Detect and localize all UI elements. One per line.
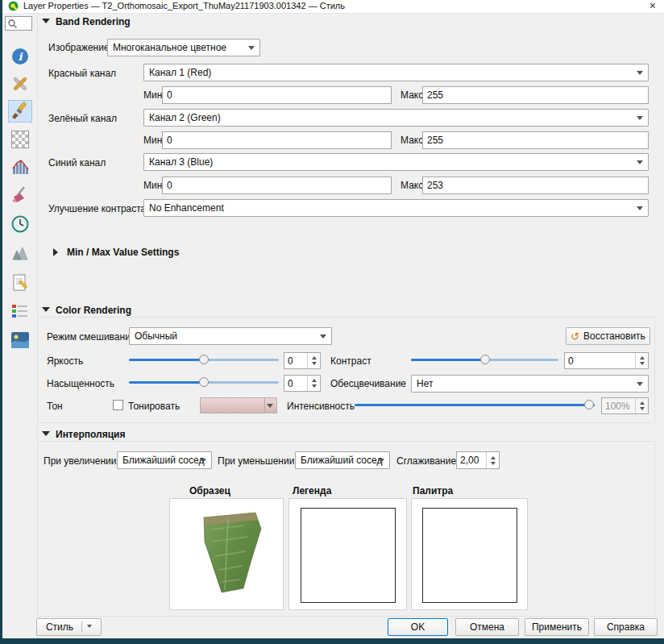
sidebar-item-source[interactable] xyxy=(8,73,32,95)
spin-up-icon[interactable] xyxy=(640,399,645,405)
red-channel-value: Канал 1 (Red) xyxy=(149,67,211,78)
oversampling-spinbox[interactable] xyxy=(456,451,500,469)
spin-arrows[interactable] xyxy=(635,353,648,368)
saturation-input[interactable] xyxy=(284,376,307,391)
minmax-settings-header[interactable]: Min / Max Value Settings xyxy=(53,247,179,258)
source-tools-icon xyxy=(10,74,30,93)
strength-spinbox[interactable] xyxy=(601,397,649,414)
sidebar-item-symbology[interactable] xyxy=(8,100,32,123)
sidebar-item-legend[interactable] xyxy=(8,300,32,322)
symbology-brush-icon xyxy=(10,102,30,121)
chevron-down-icon xyxy=(637,71,643,78)
interpolation-header[interactable]: Интерполяция xyxy=(42,428,125,440)
spin-arrows[interactable] xyxy=(486,452,499,468)
blue-min-input[interactable] xyxy=(162,177,392,194)
blue-channel-combo[interactable]: Канал 3 (Blue) xyxy=(143,153,649,171)
blend-mode-combo[interactable]: Обычный xyxy=(129,327,332,345)
zoom-in-combo[interactable]: Ближайший сосед xyxy=(117,451,212,469)
sidebar-item-information[interactable]: i xyxy=(8,45,32,68)
palette-label: Палитра xyxy=(413,485,453,497)
saturation-spinbox[interactable] xyxy=(284,375,321,392)
style-menu-button[interactable]: Стиль xyxy=(36,618,102,636)
oversampling-input[interactable] xyxy=(457,452,486,468)
zoom-out-combo[interactable]: Ближайший сосед xyxy=(295,451,390,469)
sidebar-item-rendering[interactable] xyxy=(8,184,32,206)
chevron-down-icon xyxy=(637,116,643,123)
spin-up-icon[interactable] xyxy=(312,376,317,382)
slider-handle[interactable] xyxy=(480,355,490,364)
brightness-spinbox[interactable] xyxy=(284,352,321,369)
saturation-slider[interactable] xyxy=(129,375,279,389)
window-title: Layer Properties — T2_Orthomosaic_Export… xyxy=(23,1,345,10)
strength-input[interactable] xyxy=(602,398,635,413)
reset-button[interactable]: ↺ Восстановить xyxy=(566,327,650,345)
apply-button[interactable]: Применить xyxy=(525,618,589,636)
button-divider xyxy=(81,621,82,633)
chevron-down-icon xyxy=(200,459,206,466)
ok-button-label: OK xyxy=(411,621,425,633)
help-button[interactable]: Справка xyxy=(594,618,658,636)
spin-arrows[interactable] xyxy=(307,376,320,391)
help-button-label: Справка xyxy=(607,621,645,633)
red-max-input[interactable] xyxy=(422,86,649,104)
zoom-out-label: При уменьшении xyxy=(218,455,294,467)
histogram-icon xyxy=(10,157,30,177)
blue-channel-label: Синий канал xyxy=(48,157,106,168)
blend-mode-value: Обычный xyxy=(135,330,177,342)
minmax-settings-title: Min / Max Value Settings xyxy=(67,247,179,258)
spin-down-icon[interactable] xyxy=(640,407,645,413)
sidebar-search-box[interactable] xyxy=(5,16,32,31)
image-type-combo[interactable]: Многоканальное цветное xyxy=(107,39,260,56)
sidebar-item-histogram[interactable] xyxy=(8,156,32,178)
spin-down-icon[interactable] xyxy=(312,384,317,390)
blue-max-input[interactable] xyxy=(422,177,649,194)
slider-handle[interactable] xyxy=(199,377,209,387)
red-min-input[interactable] xyxy=(162,86,392,104)
spin-up-icon[interactable] xyxy=(491,454,496,459)
window-bottom-edge xyxy=(0,638,664,644)
colorize-label: Тонировать xyxy=(128,401,180,412)
red-channel-combo[interactable]: Канал 1 (Red) xyxy=(143,64,649,81)
spin-arrows[interactable] xyxy=(307,353,320,368)
strength-slider[interactable] xyxy=(355,397,595,412)
green-max-input[interactable] xyxy=(422,131,649,149)
spin-arrows[interactable] xyxy=(635,398,648,413)
brightness-slider[interactable] xyxy=(129,352,279,367)
grayscale-combo[interactable]: Нет xyxy=(411,375,649,393)
slider-fill xyxy=(411,359,485,361)
color-rendering-header[interactable]: Color Rendering xyxy=(42,304,131,316)
contrast-spinbox[interactable] xyxy=(564,352,649,369)
metadata-document-icon xyxy=(10,273,30,293)
contrast-slider[interactable] xyxy=(411,352,558,367)
spin-down-icon[interactable] xyxy=(640,362,645,368)
title-bar: Layer Properties — T2_Orthomosaic_Export… xyxy=(2,0,664,14)
clock-icon xyxy=(10,214,30,234)
green-channel-combo[interactable]: Канал 2 (Green) xyxy=(143,109,649,127)
slider-handle[interactable] xyxy=(199,355,209,364)
spin-up-icon[interactable] xyxy=(312,354,317,359)
information-icon: i xyxy=(11,48,29,65)
sidebar-item-temporal[interactable] xyxy=(8,213,32,235)
slider-handle[interactable] xyxy=(584,400,594,409)
sidebar-item-pyramids[interactable] xyxy=(8,242,32,264)
ok-button[interactable]: OK xyxy=(388,618,448,636)
contrast-input[interactable] xyxy=(565,353,635,368)
spin-up-icon[interactable] xyxy=(640,354,645,359)
colorize-color-swatch[interactable] xyxy=(200,397,277,413)
spin-down-icon[interactable] xyxy=(312,362,317,368)
sidebar-item-transparency[interactable] xyxy=(8,128,32,151)
contrast-enhancement-combo[interactable]: No Enhancement xyxy=(143,199,649,217)
sidebar-item-server[interactable] xyxy=(8,329,32,351)
image-type-value: Многоканальное цветное xyxy=(113,42,226,53)
green-min-input[interactable] xyxy=(162,131,392,149)
spin-down-icon[interactable] xyxy=(491,462,496,467)
sidebar-item-metadata[interactable] xyxy=(8,272,32,294)
band-rendering-header[interactable]: Band Rendering xyxy=(42,15,131,27)
cancel-button[interactable]: Отмена xyxy=(455,618,519,636)
colorize-checkbox[interactable] xyxy=(113,400,123,410)
green-channel-label: Зелёный канал xyxy=(48,113,117,124)
collapse-arrow-icon xyxy=(42,307,50,316)
brightness-input[interactable] xyxy=(284,353,307,368)
close-icon[interactable]: × xyxy=(649,0,656,12)
brightness-label: Яркость xyxy=(47,355,83,367)
